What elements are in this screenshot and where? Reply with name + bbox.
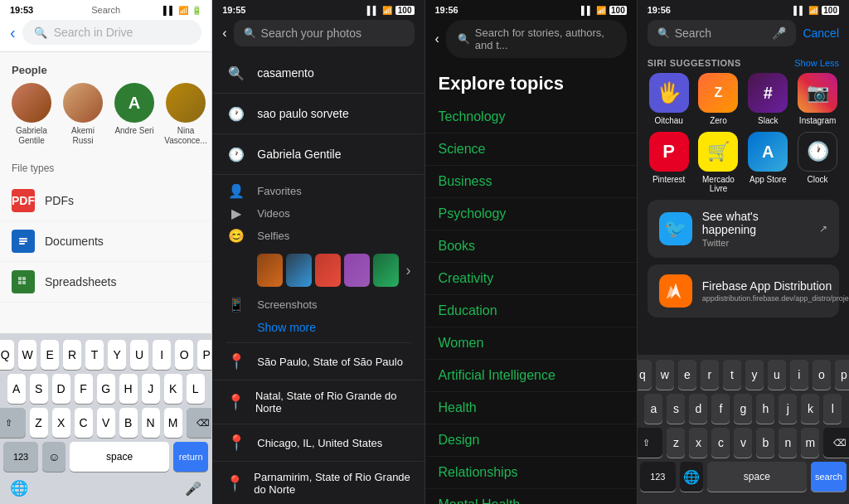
mic-icon-1[interactable]: 🎤 <box>185 481 201 497</box>
key-s[interactable]: S <box>30 374 48 404</box>
person-3[interactable]: A Andre Seri <box>114 83 154 146</box>
key-h[interactable]: H <box>119 374 138 404</box>
key-f[interactable]: F <box>75 374 93 404</box>
file-type-doc[interactable]: Documents <box>0 221 211 262</box>
key-x[interactable]: X <box>52 408 70 438</box>
key4-r[interactable]: r <box>701 360 719 390</box>
topic-psychology[interactable]: Psychology <box>425 198 637 230</box>
key-emoji[interactable]: ☺ <box>42 442 65 472</box>
key4-g[interactable]: g <box>734 394 752 424</box>
thumbs-arrow[interactable]: › <box>402 262 410 279</box>
key-e[interactable]: E <box>41 340 59 370</box>
key4-l[interactable]: l <box>823 394 842 424</box>
cancel-button[interactable]: Cancel <box>803 27 839 40</box>
location-2[interactable]: 📍 Natal, State of Rio Grande do Norte <box>212 380 424 424</box>
file-type-pdf[interactable]: PDF PDFs <box>0 181 211 221</box>
key-o[interactable]: O <box>175 340 193 370</box>
key-a[interactable]: A <box>7 374 26 404</box>
medium-search-input[interactable]: 🔍 Search for stories, authors, and t... <box>446 20 627 58</box>
key4-b[interactable]: b <box>756 428 774 458</box>
key4-search[interactable]: search <box>811 462 847 492</box>
key-q[interactable]: Q <box>0 340 14 370</box>
topic-technology[interactable]: Technology <box>425 101 637 133</box>
drive-search-bar[interactable]: 🔍 Search in Drive <box>22 20 202 45</box>
key4-e[interactable]: e <box>678 360 696 390</box>
location-1[interactable]: 📍 São Paulo, State of São Paulo <box>212 343 424 380</box>
key4-p[interactable]: p <box>835 360 849 390</box>
key4-h[interactable]: h <box>756 394 774 424</box>
topic-books[interactable]: Books <box>425 230 637 263</box>
key4-w[interactable]: w <box>656 360 674 390</box>
key-return[interactable]: return <box>173 442 208 472</box>
key-y[interactable]: Y <box>108 340 126 370</box>
key4-x[interactable]: x <box>689 428 707 458</box>
thumb-3[interactable] <box>315 254 341 287</box>
key-space[interactable]: space <box>70 442 169 472</box>
firebase-suggestion[interactable]: Firebase App Distribution appdistributio… <box>648 264 839 317</box>
key-k[interactable]: K <box>164 374 182 404</box>
app-appstore[interactable]: A App Store <box>746 132 789 193</box>
key-backspace[interactable]: ⌫ <box>187 408 213 438</box>
back-button-1[interactable]: ‹ <box>10 23 16 42</box>
key-r[interactable]: R <box>63 340 81 370</box>
app-pinterest[interactable]: P Pinterest <box>648 132 691 193</box>
key4-a[interactable]: a <box>644 394 662 424</box>
key4-q[interactable]: q <box>638 360 652 390</box>
topic-ai[interactable]: Artificial Intelligence <box>425 360 637 392</box>
key4-space[interactable]: space <box>707 462 807 492</box>
key-j[interactable]: J <box>142 374 160 404</box>
app-clock[interactable]: 🕐 Clock <box>796 132 839 193</box>
photos-search-input[interactable]: 🔍 Search your photos <box>234 20 415 46</box>
key-123[interactable]: 123 <box>3 442 38 472</box>
recent-item-casamento[interactable]: 🔍 casamento <box>212 53 424 94</box>
topic-design[interactable]: Design <box>425 424 637 457</box>
recent-item-sorvete[interactable]: 🕐 sao paulo sorvete <box>212 94 424 134</box>
key4-t[interactable]: t <box>723 360 741 390</box>
topic-business[interactable]: Business <box>425 166 637 198</box>
person-2[interactable]: Akemi Russi <box>63 83 103 146</box>
key4-v[interactable]: v <box>734 428 752 458</box>
key-m[interactable]: M <box>164 408 182 438</box>
twitter-suggestion[interactable]: 🐦 See what's happening Twitter ↗ <box>648 200 839 258</box>
topic-creativity[interactable]: Creativity <box>425 263 637 295</box>
key-n[interactable]: N <box>142 408 160 438</box>
key-p[interactable]: P <box>197 340 212 370</box>
person-4[interactable]: Nina Vasconce... <box>166 83 206 146</box>
key-d[interactable]: D <box>52 374 70 404</box>
back-arrow-2[interactable]: ‹ <box>222 26 226 41</box>
key-u[interactable]: U <box>130 340 148 370</box>
location-3[interactable]: 📍 Chicago, IL, United States <box>212 424 424 462</box>
person-1[interactable]: Gabriela Gentile <box>12 83 51 146</box>
key4-k[interactable]: k <box>801 394 819 424</box>
app-mercado[interactable]: 🛒 Mercado Livre <box>697 132 740 193</box>
key4-y[interactable]: y <box>745 360 764 390</box>
show-less-button[interactable]: Show Less <box>794 58 839 68</box>
key-b[interactable]: B <box>119 408 138 438</box>
mic-icon-4[interactable]: 🎤 <box>772 27 786 40</box>
key4-c[interactable]: c <box>711 428 730 458</box>
file-type-sheet[interactable]: Spreadsheets <box>0 262 211 303</box>
key4-n[interactable]: n <box>779 428 797 458</box>
key4-u[interactable]: u <box>768 360 786 390</box>
key-w[interactable]: W <box>18 340 36 370</box>
app-slack[interactable]: # Slack <box>746 73 789 125</box>
topic-mental-health[interactable]: Mental Health <box>425 489 637 504</box>
app-oitchau[interactable]: 🖐 Oitchau <box>648 73 691 125</box>
key4-j[interactable]: j <box>779 394 797 424</box>
app-zero[interactable]: Z Zero <box>697 73 740 125</box>
topic-education[interactable]: Education <box>425 295 637 327</box>
thumb-4[interactable] <box>344 254 370 287</box>
topic-relationships[interactable]: Relationships <box>425 457 637 489</box>
key4-shift[interactable]: ⇧ <box>638 428 663 458</box>
key-g[interactable]: G <box>97 374 115 404</box>
globe-icon-1[interactable]: 🌐 <box>10 479 28 497</box>
key4-z[interactable]: z <box>667 428 685 458</box>
key-i[interactable]: I <box>153 340 171 370</box>
key-c[interactable]: C <box>75 408 93 438</box>
ios-search-box[interactable]: 🔍 Search 🎤 <box>648 20 797 46</box>
key4-d[interactable]: d <box>689 394 707 424</box>
topic-women[interactable]: Women <box>425 327 637 360</box>
thumb-1[interactable] <box>257 254 283 287</box>
key4-m[interactable]: m <box>801 428 819 458</box>
topic-science[interactable]: Science <box>425 133 637 166</box>
